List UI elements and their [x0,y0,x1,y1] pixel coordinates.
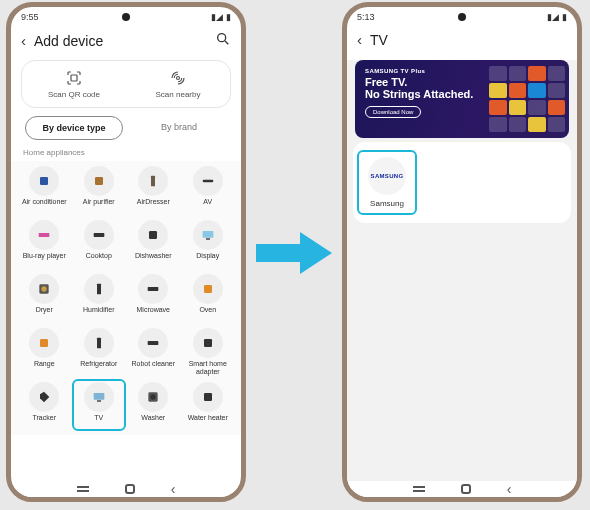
dryer-icon [29,274,59,304]
tabs: By device type By brand [11,116,241,148]
svg-rect-18 [40,339,48,347]
device-cooktop[interactable]: Cooktop [72,217,127,269]
device-air-conditioner[interactable]: Air conditioner [17,163,72,215]
device-label: Refrigerator [80,360,117,375]
phone-add-device: 9:55 ▮◢ ▮ ‹ Add device Scan QR code Scan… [6,2,246,502]
status-time: 5:13 [357,12,375,22]
banner-cta-button[interactable]: Download Now [365,106,421,118]
nav-recent-icon[interactable] [413,486,425,492]
av-icon [193,166,223,196]
svg-rect-10 [149,231,157,239]
battery-icon: ▮ [562,12,567,22]
scan-card: Scan QR code Scan nearby [21,60,231,108]
device-display[interactable]: Display [181,217,236,269]
range-icon [29,328,59,358]
device-label: Microwave [137,306,170,321]
svg-line-1 [225,41,228,44]
search-icon[interactable] [215,31,231,50]
device-label: AirDresser [137,198,170,213]
device-label: Cooktop [86,252,112,267]
device-dishwasher[interactable]: Dishwasher [126,217,181,269]
arrow-icon [254,230,334,276]
nav-back-icon[interactable]: ‹ [507,481,512,497]
device-robot-cleaner[interactable]: Robot cleaner [126,325,181,377]
svg-point-25 [151,394,156,399]
device-label: Dryer [36,306,53,321]
tab-by-brand[interactable]: By brand [131,116,227,140]
scan-qr-button[interactable]: Scan QR code [22,69,126,99]
device-smart-home-adapter[interactable]: Smart home adapter [181,325,236,377]
device-range[interactable]: Range [17,325,72,377]
device-label: Smart home adapter [181,360,236,375]
microwave-icon [138,274,168,304]
android-navbar: ‹ [11,481,241,497]
device-label: Blu-ray player [23,252,66,267]
nav-back-icon[interactable]: ‹ [171,481,176,497]
device-label: AV [203,198,212,213]
refrigerator-icon [84,328,114,358]
device-label: Robot cleaner [131,360,175,375]
svg-rect-6 [151,176,155,187]
display-icon [193,220,223,250]
nav-home-icon[interactable] [461,484,471,494]
android-navbar: ‹ [347,481,577,497]
device-grid: Air conditioner Air purifier AirDresser … [11,161,241,435]
brand-label: Samsung [370,199,404,208]
device-refrigerator[interactable]: Refrigerator [72,325,127,377]
device-tv[interactable]: TV [72,379,127,431]
svg-point-3 [177,77,180,80]
svg-point-0 [218,34,226,42]
signal-icon: ▮◢ [211,12,223,22]
camera-cutout [122,13,130,21]
dishwasher-icon [138,220,168,250]
brand-samsung[interactable]: SAMSUNG Samsung [357,150,417,215]
device-airdresser[interactable]: AirDresser [126,163,181,215]
device-av[interactable]: AV [181,163,236,215]
section-home-appliances: Home appliances [11,148,241,161]
back-icon[interactable]: ‹ [21,32,26,49]
smart-home-adapter-icon [193,328,223,358]
device-dryer[interactable]: Dryer [17,271,72,323]
humidifier-icon [84,274,114,304]
device-water-heater[interactable]: Water heater [181,379,236,431]
scan-nearby-label: Scan nearby [156,90,201,99]
device-bluray-player[interactable]: Blu-ray player [17,217,72,269]
qr-icon [65,69,83,87]
device-tracker[interactable]: Tracker [17,379,72,431]
device-label: Air conditioner [22,198,67,213]
tv-icon [84,382,114,412]
washer-icon [138,382,168,412]
device-oven[interactable]: Oven [181,271,236,323]
page-title: Add device [34,33,207,49]
svg-rect-7 [202,180,213,183]
battery-icon: ▮ [226,12,231,22]
device-humidifier[interactable]: Humidifier [72,271,127,323]
device-microwave[interactable]: Microwave [126,271,181,323]
device-label: Oven [199,306,216,321]
svg-rect-20 [148,341,159,345]
signal-icon: ▮◢ [547,12,559,22]
device-label: Air purifier [83,198,115,213]
svg-rect-9 [93,233,104,237]
device-label: Tracker [33,414,56,429]
svg-rect-8 [39,233,50,237]
tv-plus-banner[interactable]: SAMSUNG TV Plus Free TV. No Strings Atta… [355,60,569,138]
svg-rect-22 [93,393,104,400]
airdresser-icon [138,166,168,196]
oven-icon [193,274,223,304]
svg-rect-23 [97,400,101,401]
scan-qr-label: Scan QR code [48,90,100,99]
tab-by-device-type[interactable]: By device type [25,116,123,140]
scan-nearby-button[interactable]: Scan nearby [126,69,230,99]
banner-thumbnails [489,66,565,132]
nav-recent-icon[interactable] [77,486,89,492]
nav-home-icon[interactable] [125,484,135,494]
svg-point-14 [42,286,47,291]
air-purifier-icon [84,166,114,196]
svg-rect-26 [204,393,212,401]
device-washer[interactable]: Washer [126,379,181,431]
device-label: Washer [141,414,165,429]
back-icon[interactable]: ‹ [357,31,362,48]
svg-rect-17 [204,285,212,293]
device-air-purifier[interactable]: Air purifier [72,163,127,215]
